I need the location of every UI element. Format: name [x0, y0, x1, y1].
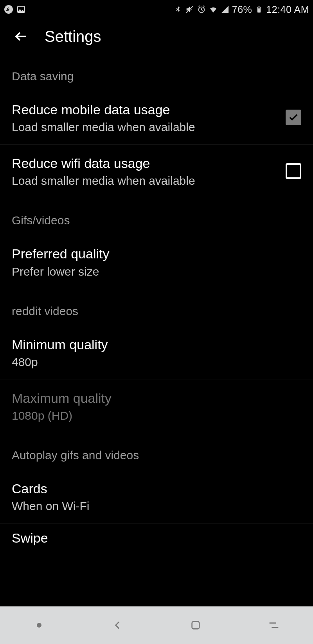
row-subtitle: 1080p (HD) [12, 409, 301, 422]
nav-home-button[interactable] [184, 613, 207, 637]
app-bar: Settings [0, 19, 313, 54]
row-subtitle: Load smaller media when available [12, 174, 276, 188]
nav-recents-button[interactable] [262, 613, 286, 637]
nav-recents-icon [267, 619, 281, 632]
row-subtitle: Load smaller media when available [12, 121, 276, 134]
system-nav-bar [0, 606, 313, 644]
row-title: Reduce wifi data usage [12, 155, 276, 172]
alarm-icon [197, 5, 206, 14]
back-button[interactable] [12, 27, 31, 46]
row-maximum-quality[interactable]: Maximum quality 1080p (HD) [0, 379, 313, 433]
row-autoplay-cards[interactable]: Cards When on Wi-Fi [0, 470, 313, 523]
battery-percentage: 76% [232, 4, 252, 15]
section-header-autoplay: Autoplay gifs and videos [0, 433, 313, 470]
row-title: Minimum quality [12, 336, 301, 353]
row-title: Reduce mobile data usage [12, 101, 276, 118]
nav-back-icon [111, 619, 124, 632]
svg-rect-7 [192, 622, 200, 629]
page-title: Settings [45, 28, 101, 45]
status-bar: 76% 12:40 AM [0, 0, 313, 19]
row-subtitle: When on Wi-Fi [12, 500, 301, 513]
checkbox-reduce-mobile[interactable] [286, 110, 301, 125]
nav-back-button[interactable] [106, 613, 129, 637]
check-icon [288, 112, 299, 123]
nav-recent-dot[interactable] [27, 613, 51, 637]
row-reduce-mobile-data[interactable]: Reduce mobile data usage Load smaller me… [0, 91, 313, 144]
row-minimum-quality[interactable]: Minimum quality 480p [0, 326, 313, 379]
image-icon [16, 5, 26, 14]
music-icon [4, 5, 13, 14]
section-header-reddit-videos: reddit videos [0, 289, 313, 326]
checkbox-reduce-wifi[interactable] [286, 163, 301, 179]
clock-text: 12:40 AM [266, 4, 309, 15]
row-title: Maximum quality [12, 390, 301, 407]
battery-icon [254, 5, 264, 14]
arrow-left-icon [14, 29, 29, 44]
row-subtitle: Prefer lower size [12, 265, 301, 278]
row-reduce-wifi-data[interactable]: Reduce wifi data usage Load smaller medi… [0, 144, 313, 198]
bluetooth-icon [173, 5, 183, 14]
svg-rect-5 [258, 8, 261, 12]
settings-list: Data saving Reduce mobile data usage Loa… [0, 54, 313, 546]
row-title: Swipe [12, 530, 301, 546]
row-title: Cards [12, 480, 301, 497]
section-header-gifs-videos: Gifs/videos [0, 198, 313, 235]
row-autoplay-swipe[interactable]: Swipe [0, 523, 313, 546]
signal-icon [220, 5, 230, 14]
mute-icon [185, 5, 194, 14]
nav-home-icon [189, 619, 202, 631]
row-preferred-quality[interactable]: Preferred quality Prefer lower size [0, 235, 313, 289]
section-header-data-saving: Data saving [0, 54, 313, 91]
svg-rect-6 [258, 7, 260, 7]
row-title: Preferred quality [12, 245, 301, 262]
row-subtitle: 480p [12, 355, 301, 369]
wifi-icon [209, 5, 218, 14]
